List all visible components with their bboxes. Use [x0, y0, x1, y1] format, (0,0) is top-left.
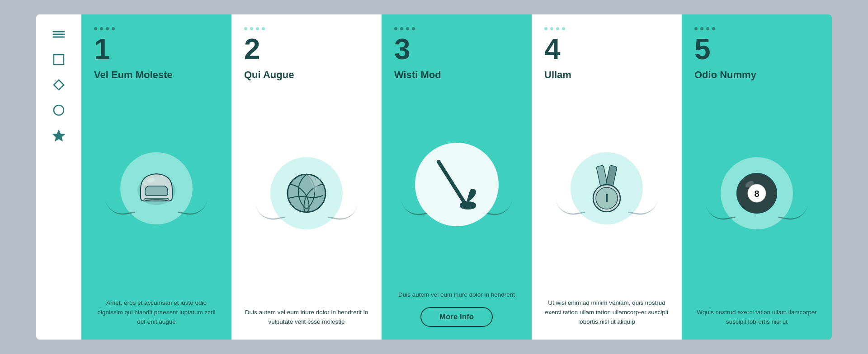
card-5: 5 Odio Nummy 8 — [682, 14, 832, 340]
card-4-footer: Ut wisi enim ad minim veniam, quis nostr… — [532, 291, 682, 340]
card-5-text: Wquis nostrud exerci tation ullam llamco… — [694, 308, 819, 327]
helmet-icon — [129, 161, 184, 215]
card-1-text: Amet, eros et accumsan et iusto odio dig… — [94, 298, 219, 327]
svg-text:I: I — [605, 191, 608, 205]
svg-marker-4 — [54, 80, 64, 90]
card-2-body — [231, 85, 382, 301]
card-5-header: 5 Odio Nummy — [682, 14, 832, 85]
svg-text:8: 8 — [754, 189, 759, 199]
svg-point-13 — [460, 201, 476, 209]
card-4-text: Ut wisi enim ad minim veniam, quis nostr… — [544, 298, 669, 327]
star-icon[interactable] — [52, 129, 65, 142]
card-3-title: Wisti Mod — [394, 69, 519, 81]
card-5-number: 5 — [694, 35, 819, 64]
circle-icon[interactable] — [52, 104, 65, 116]
card-1: 1 Vel Eum Moleste — [81, 14, 231, 340]
card-2-title: Qui Augue — [244, 69, 369, 81]
svg-line-11 — [439, 162, 466, 205]
svg-marker-6 — [53, 130, 64, 141]
square-icon[interactable] — [52, 53, 65, 66]
svg-rect-3 — [54, 55, 64, 65]
medal-icon: I — [580, 161, 634, 215]
card-4-body: I — [532, 85, 682, 291]
card-2-footer: Duis autem vel eum iriure dolor in hendr… — [231, 301, 382, 340]
card-3-header: 3 Wisti Mod — [382, 14, 532, 85]
card-1-number: 1 — [94, 35, 219, 64]
card-4-header: 4 Ullam — [532, 14, 682, 85]
app-wrapper: 1 Vel Eum Moleste — [36, 14, 832, 340]
billiard-ball-icon: 8 — [730, 166, 784, 220]
card-1-body — [81, 85, 231, 291]
cards-container: 1 Vel Eum Moleste — [81, 14, 832, 340]
card-2-text: Duis autem vel eum iriure dolor in hendr… — [244, 308, 369, 327]
diamond-icon[interactable] — [52, 79, 65, 91]
card-3: 3 Wisti Mod — [382, 14, 532, 340]
card-5-footer: Wquis nostrud exerci tation ullam llamco… — [682, 301, 832, 340]
volleyball-icon — [279, 166, 334, 220]
card-4-number: 4 — [544, 35, 669, 64]
svg-point-5 — [54, 105, 64, 115]
card-3-number: 3 — [394, 35, 519, 64]
card-2-header: 2 Qui Augue — [231, 14, 382, 85]
card-2-number: 2 — [244, 35, 369, 64]
card-3-body — [382, 85, 532, 283]
card-4: 4 Ullam I — [532, 14, 682, 340]
menu-icon[interactable] — [52, 28, 65, 41]
card-5-title: Odio Nummy — [694, 69, 819, 81]
card-2: 2 Qui Augue — [231, 14, 382, 340]
card-4-title: Ullam — [544, 69, 669, 81]
card-3-text: Duis autem vel eum iriure dolor in hendr… — [394, 290, 519, 300]
hockey-icon — [425, 153, 488, 216]
card-1-header: 1 Vel Eum Moleste — [81, 14, 231, 85]
more-info-button[interactable]: More Info — [420, 307, 493, 327]
sidebar — [36, 14, 81, 340]
card-5-body: 8 — [682, 85, 832, 301]
card-3-footer: Duis autem vel eum iriure dolor in hendr… — [382, 283, 532, 340]
card-1-title: Vel Eum Moleste — [94, 69, 219, 81]
card-1-footer: Amet, eros et accumsan et iusto odio dig… — [81, 291, 231, 340]
